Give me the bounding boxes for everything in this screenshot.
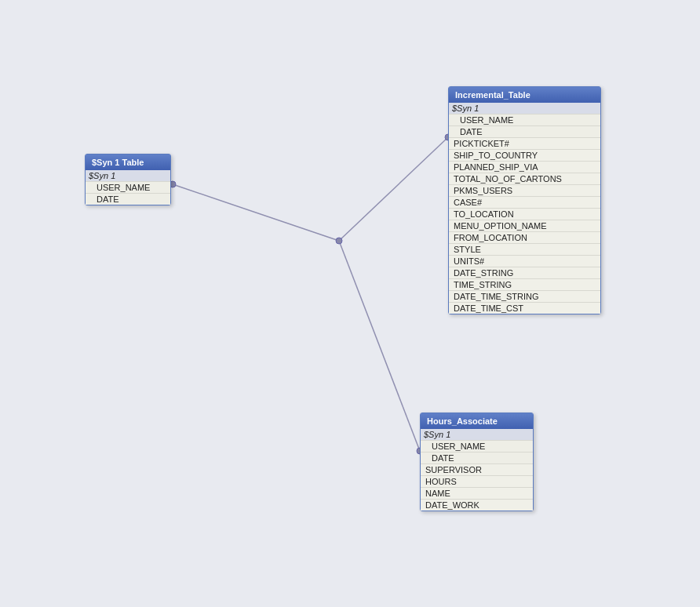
table-row: PLANNED_SHIP_VIA bbox=[449, 162, 600, 173]
hours-associate-header: Hours_Associate bbox=[421, 413, 533, 429]
hours-associate-body: $Syn 1 USER_NAME DATE SUPERVISOR HOURS N… bbox=[421, 429, 533, 511]
table-row: STYLE bbox=[449, 244, 600, 256]
table-row: $Syn 1 bbox=[86, 170, 170, 182]
table-row: $Syn 1 bbox=[449, 103, 600, 114]
syn1-table[interactable]: $Syn 1 Table $Syn 1 USER_NAME DATE bbox=[85, 154, 171, 205]
syn1-table-body: $Syn 1 USER_NAME DATE bbox=[86, 170, 170, 205]
diagram-canvas: $Syn 1 Table $Syn 1 USER_NAME DATE Incre… bbox=[0, 0, 700, 607]
svg-point-3 bbox=[336, 238, 342, 244]
table-row: $Syn 1 bbox=[421, 429, 533, 441]
table-row: USER_NAME bbox=[449, 114, 600, 126]
table-row: CASE# bbox=[449, 197, 600, 209]
table-row: DATE bbox=[421, 453, 533, 464]
table-row: DATE bbox=[449, 126, 600, 138]
table-row: NAME bbox=[421, 488, 533, 500]
table-row: USER_NAME bbox=[421, 441, 533, 453]
table-row: HOURS bbox=[421, 476, 533, 488]
incremental-table-body: $Syn 1 USER_NAME DATE PICKTICKET# SHIP_T… bbox=[449, 103, 600, 314]
table-row: PICKTICKET# bbox=[449, 138, 600, 150]
table-row: SHIP_TO_COUNTRY bbox=[449, 150, 600, 162]
table-row: SUPERVISOR bbox=[421, 464, 533, 476]
incremental-table[interactable]: Incremental_Table $Syn 1 USER_NAME DATE … bbox=[448, 86, 601, 314]
table-row: DATE bbox=[86, 194, 170, 205]
incremental-table-header: Incremental_Table bbox=[449, 87, 600, 103]
syn1-table-header: $Syn 1 Table bbox=[86, 154, 170, 170]
table-row: USER_NAME bbox=[86, 182, 170, 194]
svg-line-1 bbox=[339, 137, 448, 241]
table-row: TOTAL_NO_OF_CARTONS bbox=[449, 173, 600, 185]
table-row: DATE_STRING bbox=[449, 267, 600, 279]
svg-line-0 bbox=[173, 184, 339, 241]
table-row: TO_LOCATION bbox=[449, 209, 600, 220]
table-row: DATE_WORK bbox=[421, 500, 533, 511]
table-row: FROM_LOCATION bbox=[449, 232, 600, 244]
table-row: TIME_STRING bbox=[449, 279, 600, 291]
table-row: PKMS_USERS bbox=[449, 185, 600, 197]
table-row: DATE_TIME_CST bbox=[449, 303, 600, 314]
svg-line-2 bbox=[339, 241, 420, 451]
table-row: MENU_OPTION_NAME bbox=[449, 220, 600, 232]
hours-associate-table[interactable]: Hours_Associate $Syn 1 USER_NAME DATE SU… bbox=[420, 413, 534, 511]
table-row: DATE_TIME_STRING bbox=[449, 291, 600, 303]
table-row: UNITS# bbox=[449, 256, 600, 267]
